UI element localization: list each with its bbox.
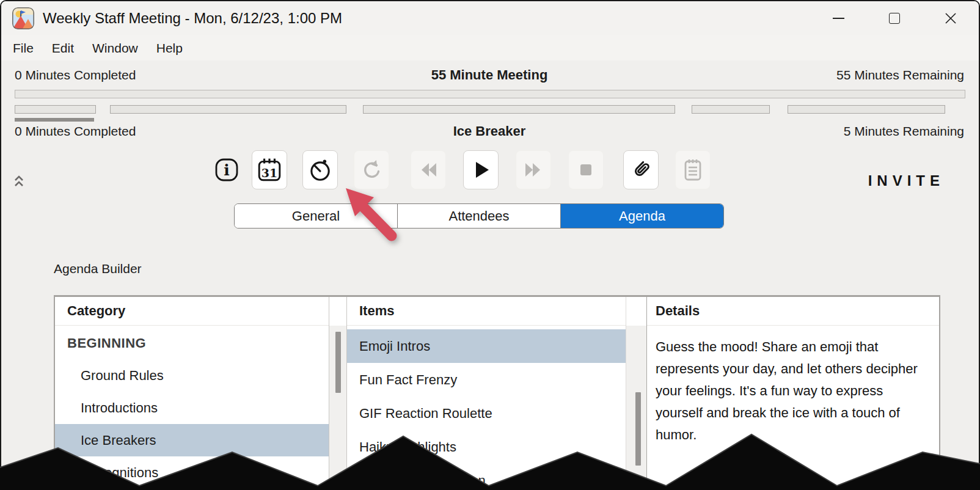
paperclip-icon: [628, 157, 654, 183]
item-progress-labels: 0 Minutes Completed Ice Breaker 5 Minute…: [15, 123, 964, 139]
svg-text:i: i: [224, 161, 230, 179]
category-row-ground-rules[interactable]: Ground Rules: [55, 359, 329, 392]
minimize-icon: [833, 18, 844, 19]
item-row-fun-fact-frenzy[interactable]: Fun Fact Frenzy: [347, 363, 626, 397]
attachment-button[interactable]: [623, 150, 659, 189]
maximize-button[interactable]: [866, 1, 923, 35]
play-icon: [469, 158, 493, 182]
category-group-heading: BEGINNING: [55, 327, 329, 359]
overall-progress-labels: 0 Minutes Completed 55 Minute Meeting 55…: [15, 67, 964, 83]
tab-attendees[interactable]: Attendees: [397, 204, 561, 228]
menu-bar: File Edit Window Help: [1, 35, 979, 60]
menu-help[interactable]: Help: [147, 38, 192, 58]
segment-bar-1: [15, 105, 96, 114]
next-button[interactable]: [516, 150, 551, 189]
info-icon: i: [215, 158, 238, 181]
timer-button[interactable]: [302, 150, 338, 189]
stop-button[interactable]: [568, 150, 604, 189]
category-column-header: Category: [55, 297, 329, 326]
close-button[interactable]: [923, 1, 979, 35]
minimize-button[interactable]: [810, 1, 866, 35]
category-scrollbar-thumb[interactable]: [335, 332, 341, 393]
annotation-arrow-icon: [341, 185, 402, 246]
collapse-panel-button[interactable]: [13, 175, 24, 188]
segment-bar-4: [692, 105, 770, 114]
category-row-introductions[interactable]: Introductions: [55, 392, 329, 424]
meeting-toolbar: i 31: [215, 150, 711, 189]
title-bar: Weekly Staff Meeting - Mon, 6/12/23, 1:0…: [1, 1, 979, 35]
tab-agenda[interactable]: Agenda: [561, 204, 723, 228]
current-item-label: Ice Breaker: [453, 123, 526, 139]
overall-progress-bar: [15, 90, 965, 98]
notes-button[interactable]: [675, 150, 711, 189]
menu-window[interactable]: Window: [83, 38, 147, 58]
fast-forward-icon: [521, 158, 546, 182]
overall-completed-label: 0 Minutes Completed: [15, 68, 431, 82]
torn-edge-decoration: [0, 432, 980, 490]
segment-bar-3: [363, 105, 675, 114]
menu-edit[interactable]: Edit: [43, 38, 83, 58]
rewind-icon: [416, 158, 441, 182]
current-segment-indicator: [15, 118, 94, 122]
app-window: Weekly Staff Meeting - Mon, 6/12/23, 1:0…: [0, 0, 980, 490]
items-column-header: Items: [347, 297, 626, 326]
stop-icon: [574, 158, 598, 182]
agenda-segment-bars: [15, 105, 965, 115]
calendar-button[interactable]: 31: [252, 150, 287, 189]
item-row-gif-reaction-roulette[interactable]: GIF Reaction Roulette: [347, 397, 626, 430]
play-button[interactable]: [463, 150, 499, 189]
window-title: Weekly Staff Meeting - Mon, 6/12/23, 1:0…: [43, 10, 342, 27]
maximize-icon: [889, 13, 900, 24]
calendar-31-icon: 31: [257, 157, 282, 183]
tab-bar: General Attendees Agenda: [234, 203, 724, 229]
window-controls: [810, 1, 979, 35]
svg-text:31: 31: [261, 166, 277, 180]
item-row-emoji-intros[interactable]: Emoji Intros: [347, 329, 626, 363]
clipboard-icon: [681, 158, 705, 182]
agenda-builder-title: Agenda Builder: [54, 261, 142, 276]
segment-bar-2: [110, 105, 346, 114]
reset-button[interactable]: [354, 150, 389, 189]
meeting-length-label: 55 Minute Meeting: [431, 67, 548, 83]
previous-button[interactable]: [411, 150, 446, 189]
overall-remaining-label: 55 Minutes Remaining: [547, 68, 964, 82]
screenshot-stage: Weekly Staff Meeting - Mon, 6/12/23, 1:0…: [0, 0, 980, 490]
details-column-header: Details: [647, 297, 939, 326]
info-button[interactable]: i: [215, 158, 238, 181]
item-remaining-label: 5 Minutes Remaining: [525, 124, 964, 139]
item-completed-label: 0 Minutes Completed: [15, 124, 453, 139]
stopwatch-icon: [307, 157, 333, 183]
close-icon: [945, 12, 957, 24]
double-chevron-up-icon: [13, 175, 24, 188]
app-logo-icon: [12, 7, 34, 29]
segment-bar-5: [788, 105, 945, 114]
menu-file[interactable]: File: [4, 38, 43, 58]
undo-arrow-icon: [359, 158, 384, 182]
invite-button[interactable]: INVITE: [868, 172, 945, 189]
details-text: Guess the mood! Share an emoji that repr…: [647, 326, 939, 446]
